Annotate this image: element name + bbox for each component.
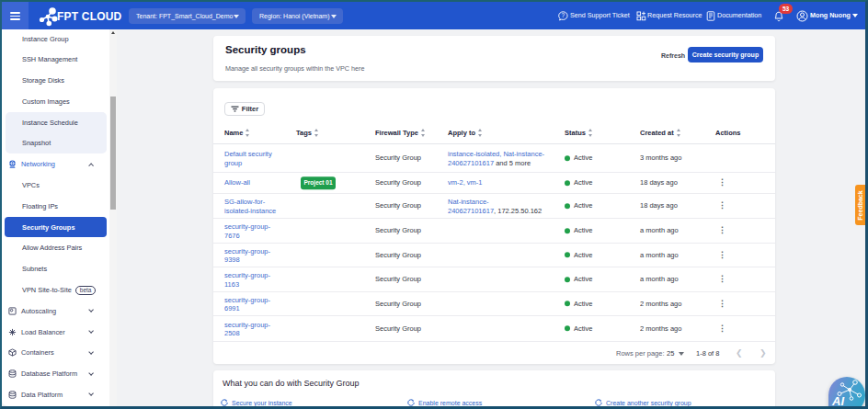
svg-text:AI: AI <box>831 394 844 408</box>
svg-text:?: ? <box>562 12 565 18</box>
